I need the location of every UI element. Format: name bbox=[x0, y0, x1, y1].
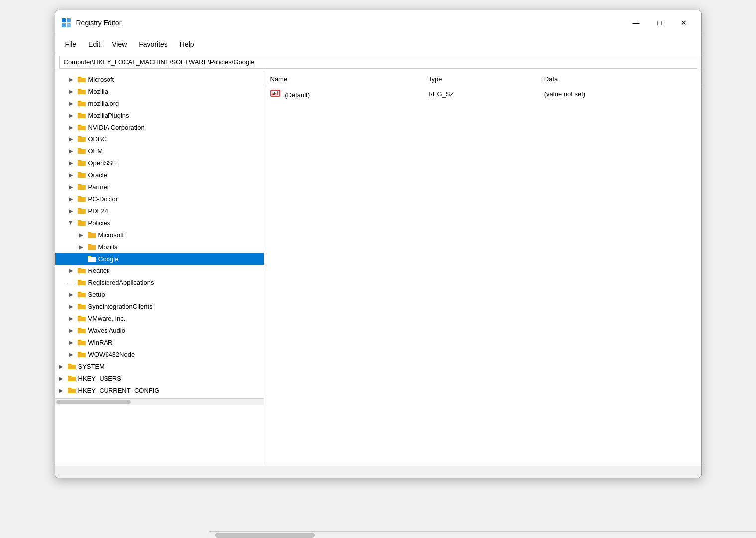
tree-item-label: PDF24 bbox=[88, 207, 108, 215]
tree-item-partner[interactable]: ▶ Partner bbox=[55, 181, 264, 193]
chevron-right-icon: ▶ bbox=[67, 183, 75, 191]
tree-item-pdf24[interactable]: ▶ PDF24 bbox=[55, 205, 264, 217]
registry-values-table: Name Type Data ab bbox=[264, 71, 701, 101]
menu-favorites[interactable]: Favorites bbox=[133, 38, 174, 50]
tree-item-mozillaplugins[interactable]: ▶ MozillaPlugins bbox=[55, 109, 264, 121]
chevron-right-icon: ▶ bbox=[67, 171, 75, 179]
value-data-cell: (value not set) bbox=[539, 87, 701, 101]
tree-item-label: mozilla.org bbox=[88, 100, 119, 107]
chevron-right-icon: ▶ bbox=[67, 207, 75, 215]
tree-item-syncintegration[interactable]: ▶ SyncIntegrationClients bbox=[55, 300, 264, 312]
maximize-button[interactable]: □ bbox=[648, 15, 671, 31]
svg-text:ab: ab bbox=[272, 91, 277, 96]
tree-item-oracle[interactable]: ▶ Oracle bbox=[55, 169, 264, 181]
tree-item-wow6432[interactable]: ▶ WOW6432Node bbox=[55, 348, 264, 360]
table-row[interactable]: ab (Default) REG_SZ (value not set) bbox=[264, 87, 701, 101]
tree-item-wavesaudio[interactable]: ▶ Waves Audio bbox=[55, 324, 264, 336]
value-type-cell: REG_SZ bbox=[422, 87, 538, 101]
chevron-right-icon: ▶ bbox=[67, 267, 75, 274]
tree-item-realtek[interactable]: ▶ Realtek bbox=[55, 265, 264, 276]
tree-item-label: HKEY_CURRENT_CONFIG bbox=[78, 387, 160, 394]
folder-icon bbox=[67, 362, 76, 370]
tree-item-label-google: Google bbox=[98, 255, 119, 263]
svg-rect-1 bbox=[67, 18, 71, 22]
folder-icon bbox=[77, 159, 86, 167]
folder-icon bbox=[77, 338, 86, 346]
folder-icon bbox=[77, 147, 86, 155]
tree-item-registeredapps[interactable]: — RegisteredApplications bbox=[55, 276, 264, 288]
tree-item-oem[interactable]: ▶ OEM bbox=[55, 145, 264, 157]
tree-item-odbc[interactable]: ▶ ODBC bbox=[55, 133, 264, 145]
tree-item-label: WOW6432Node bbox=[88, 351, 135, 358]
folder-icon bbox=[87, 231, 96, 239]
tree-item-nvidia[interactable]: ▶ NVIDIA Corporation bbox=[55, 121, 264, 133]
address-input[interactable] bbox=[59, 56, 697, 69]
folder-icon bbox=[67, 386, 76, 394]
column-name: Name bbox=[264, 71, 423, 87]
address-bar bbox=[55, 53, 701, 71]
scrollbar-thumb[interactable] bbox=[56, 400, 131, 404]
chevron-right-icon: ▶ bbox=[67, 326, 75, 334]
tree-item-label: OpenSSH bbox=[88, 159, 117, 167]
folder-icon-open bbox=[77, 219, 86, 227]
tree-item-system[interactable]: ▶ SYSTEM bbox=[55, 360, 264, 372]
folder-icon bbox=[77, 207, 86, 215]
folder-icon bbox=[77, 195, 86, 203]
tree-item-label: PC-Doctor bbox=[88, 195, 118, 203]
tree-item-label: WinRAR bbox=[88, 339, 113, 346]
chevron-right-icon: ▶ bbox=[67, 111, 75, 119]
tree-item-pcdoctor[interactable]: ▶ PC-Doctor bbox=[55, 193, 264, 205]
tree-item-policies-google[interactable]: Google bbox=[55, 253, 264, 265]
tree-item-hkey-users[interactable]: ▶ HKEY_USERS bbox=[55, 372, 264, 384]
tree-item-label: Mozilla bbox=[98, 243, 118, 251]
tree-item-label: Setup bbox=[88, 291, 105, 298]
tree-item-label: SyncIntegrationClients bbox=[88, 303, 153, 310]
menu-file[interactable]: File bbox=[59, 38, 83, 50]
tree-horizontal-scrollbar[interactable] bbox=[55, 398, 264, 405]
folder-icon bbox=[87, 243, 96, 251]
svg-rect-0 bbox=[62, 18, 66, 22]
no-chevron bbox=[77, 255, 85, 263]
column-data: Data bbox=[539, 71, 701, 87]
tree-item-openssh[interactable]: ▶ OpenSSH bbox=[55, 157, 264, 169]
table-header-row: Name Type Data bbox=[264, 71, 701, 87]
chevron-right-icon: ▶ bbox=[67, 99, 75, 107]
value-name-cell: ab (Default) bbox=[264, 87, 423, 101]
folder-icon bbox=[77, 267, 86, 274]
detail-panel: Name Type Data ab bbox=[264, 71, 701, 466]
chevron-right-icon: ▶ bbox=[57, 362, 65, 370]
folder-icon bbox=[77, 302, 86, 310]
tree-item-label: RegisteredApplications bbox=[88, 279, 154, 286]
tree-item-mozilla-org[interactable]: ▶ mozilla.org bbox=[55, 97, 264, 109]
tree-item-vmware[interactable]: ▶ VMware, Inc. bbox=[55, 312, 264, 324]
chevron-right-icon: ▶ bbox=[67, 338, 75, 346]
folder-icon bbox=[77, 183, 86, 191]
minimize-button[interactable]: — bbox=[625, 15, 648, 31]
menu-view[interactable]: View bbox=[106, 38, 133, 50]
tree-item-setup[interactable]: ▶ Setup bbox=[55, 288, 264, 300]
tree-item-winrar[interactable]: ▶ WinRAR bbox=[55, 336, 264, 348]
tree-item-label: Mozilla bbox=[88, 88, 108, 95]
tree-item-microsoft[interactable]: ▶ Microsoft bbox=[55, 73, 264, 85]
svg-rect-2 bbox=[62, 23, 66, 27]
close-button[interactable]: ✕ bbox=[672, 15, 695, 31]
tree-item-label: VMware, Inc. bbox=[88, 315, 126, 322]
tree-item-policies[interactable]: ▶ Policies bbox=[55, 217, 264, 229]
tree-item-label: OEM bbox=[88, 147, 103, 155]
chevron-right-icon: ▶ bbox=[67, 147, 75, 155]
tree-item-label: Microsoft bbox=[98, 231, 124, 239]
tree-item-policies-microsoft[interactable]: ▶ Microsoft bbox=[55, 229, 264, 241]
tree-item-mozilla[interactable]: ▶ Mozilla bbox=[55, 85, 264, 97]
value-name: (Default) bbox=[285, 91, 310, 99]
status-bar bbox=[55, 466, 701, 478]
tree-item-label-wavesaudio: Waves Audio bbox=[88, 327, 125, 334]
chevron-right-icon: ▶ bbox=[67, 135, 75, 143]
menu-edit[interactable]: Edit bbox=[82, 38, 106, 50]
menu-help[interactable]: Help bbox=[174, 38, 200, 50]
chevron-right-icon: ▶ bbox=[77, 231, 85, 239]
tree-item-label: ODBC bbox=[88, 135, 107, 143]
tree-item-hkey-current-config[interactable]: ▶ HKEY_CURRENT_CONFIG bbox=[55, 384, 264, 396]
title-bar-buttons: — □ ✕ bbox=[625, 15, 695, 31]
chevron-right-icon: ▶ bbox=[57, 374, 65, 382]
tree-item-policies-mozilla[interactable]: ▶ Mozilla bbox=[55, 241, 264, 253]
